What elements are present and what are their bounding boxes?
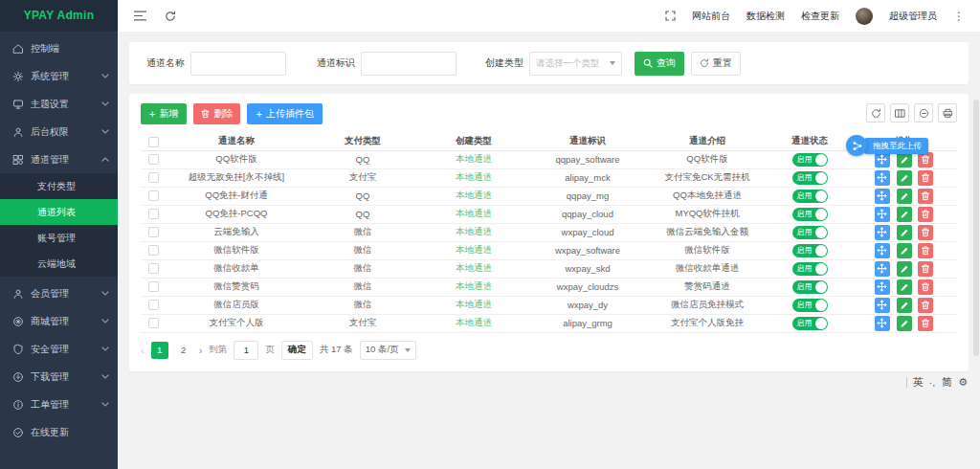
row-checkbox[interactable] xyxy=(148,263,159,274)
row-checkbox[interactable] xyxy=(148,209,159,219)
table-columns-icon[interactable] xyxy=(890,103,909,123)
status-toggle[interactable]: 启用 xyxy=(792,317,828,330)
row-checkbox[interactable] xyxy=(148,318,159,328)
delete-row-button[interactable] xyxy=(918,316,933,331)
move-row-button[interactable] xyxy=(875,243,890,258)
ime-lang-en[interactable]: 英 xyxy=(913,375,924,390)
sidebar-item-security[interactable]: 安全管理 xyxy=(0,335,118,363)
sidebar-item-pay-types[interactable]: 支付类型 xyxy=(0,173,118,199)
edit-row-button[interactable] xyxy=(897,316,912,331)
status-toggle[interactable]: 启用 xyxy=(792,262,828,276)
sidebar-item-tickets[interactable]: 工单管理 xyxy=(0,391,118,418)
scrollbar-thumb[interactable] xyxy=(973,100,979,356)
ime-settings-icon[interactable]: ⚙ xyxy=(958,376,968,389)
table-refresh-icon[interactable] xyxy=(866,103,885,123)
nav-check-update[interactable]: 检查更新 xyxy=(801,10,839,23)
sidebar-item-console[interactable]: 控制端 xyxy=(0,34,118,62)
search-button[interactable]: 查询 xyxy=(635,52,684,76)
delete-row-button[interactable] xyxy=(918,225,933,240)
add-button[interactable]: +新增 xyxy=(141,103,187,124)
delete-row-button[interactable] xyxy=(918,243,933,258)
row-checkbox[interactable] xyxy=(148,281,159,292)
status-toggle[interactable]: 启用 xyxy=(792,226,828,239)
status-toggle[interactable]: 启用 xyxy=(792,208,828,221)
per-page-select[interactable]: 10 条/页 xyxy=(360,341,416,360)
fullscreen-icon[interactable] xyxy=(665,11,676,21)
ime-punct[interactable]: ·, xyxy=(929,378,937,388)
status-toggle[interactable]: 启用 xyxy=(792,280,828,294)
sidebar-item-cloud-regions[interactable]: 云端地域 xyxy=(0,251,118,277)
upload-drop-hint[interactable]: 拖拽至此上传 xyxy=(846,135,928,156)
status-toggle[interactable]: 启用 xyxy=(792,171,828,185)
row-checkbox[interactable] xyxy=(148,190,159,201)
move-row-button[interactable] xyxy=(875,189,890,204)
edit-row-button[interactable] xyxy=(897,207,912,222)
row-checkbox[interactable] xyxy=(148,227,159,237)
move-row-button[interactable] xyxy=(875,207,890,222)
move-row-button[interactable] xyxy=(875,170,890,186)
upload-plugin-button[interactable]: +上传插件包 xyxy=(247,103,322,124)
delete-row-button[interactable] xyxy=(918,189,933,204)
channel-code-input[interactable] xyxy=(361,52,457,76)
refresh-icon[interactable] xyxy=(165,11,176,22)
next-page-button[interactable]: › xyxy=(199,345,203,356)
sidebar-item-channels[interactable]: 通道管理 xyxy=(0,145,118,173)
delete-row-button[interactable] xyxy=(918,170,933,186)
cell-channel-code: wxpay_skd xyxy=(529,259,646,278)
more-menu-icon[interactable]: ⋮ xyxy=(953,11,965,21)
status-toggle[interactable]: 启用 xyxy=(792,244,828,257)
edit-row-button[interactable] xyxy=(897,279,912,295)
nav-data-check[interactable]: 数据检测 xyxy=(746,10,785,23)
sidebar-item-permissions[interactable]: 后台权限 xyxy=(0,118,118,145)
create-type-select[interactable]: 请选择一个类型 xyxy=(529,52,622,76)
move-row-button[interactable] xyxy=(875,279,890,295)
move-row-button[interactable] xyxy=(875,261,890,277)
row-checkbox[interactable] xyxy=(148,172,159,183)
sidebar-item-channel-list[interactable]: 通道列表 xyxy=(0,199,118,225)
delete-row-button[interactable] xyxy=(918,261,933,277)
move-row-button[interactable] xyxy=(875,298,890,313)
delete-button[interactable]: 删除 xyxy=(193,103,240,124)
move-row-button[interactable] xyxy=(875,225,890,240)
sidebar-item-accounts[interactable]: 账号管理 xyxy=(0,225,118,251)
prev-page-button[interactable]: ‹ xyxy=(141,345,145,356)
row-checkbox[interactable] xyxy=(148,154,159,165)
sidebar-item-mall[interactable]: 商城管理 xyxy=(0,307,118,335)
row-checkbox[interactable] xyxy=(148,245,159,256)
filter-panel: 通道名称 通道标识 创建类型 请选择一个类型 查询 重置 xyxy=(129,42,969,84)
table-print-icon[interactable] xyxy=(938,103,957,123)
delete-row-button[interactable] xyxy=(918,207,933,222)
goto-confirm-button[interactable]: 确定 xyxy=(281,341,313,360)
status-toggle[interactable]: 启用 xyxy=(792,153,828,167)
select-all-checkbox[interactable] xyxy=(148,137,159,147)
channel-name-input[interactable] xyxy=(190,52,286,76)
delete-row-button[interactable] xyxy=(918,298,933,313)
edit-row-button[interactable] xyxy=(897,243,912,258)
table-export-icon[interactable] xyxy=(914,103,933,123)
row-checkbox[interactable] xyxy=(148,300,159,310)
sidebar-item-members[interactable]: 会员管理 xyxy=(0,279,118,307)
goto-page-input[interactable] xyxy=(234,341,258,360)
sidebar-item-downloads[interactable]: 下载管理 xyxy=(0,363,118,391)
ime-bar[interactable]: 英 ·, 简 ⚙ xyxy=(906,375,968,390)
status-toggle[interactable]: 启用 xyxy=(792,190,828,203)
sidebar-item-system[interactable]: 系统管理 xyxy=(0,62,118,90)
avatar[interactable] xyxy=(856,8,873,25)
create-type-label: 创建类型 xyxy=(485,56,523,70)
delete-row-button[interactable] xyxy=(918,279,933,295)
move-row-button[interactable] xyxy=(875,316,890,331)
ime-lang-cn[interactable]: 简 xyxy=(942,375,952,390)
page-1-button[interactable]: 1 xyxy=(151,342,168,359)
sidebar-item-theme[interactable]: 主题设置 xyxy=(0,90,118,118)
edit-row-button[interactable] xyxy=(897,189,912,204)
status-toggle[interactable]: 启用 xyxy=(792,299,828,312)
nav-website-front[interactable]: 网站前台 xyxy=(692,10,730,23)
reset-button[interactable]: 重置 xyxy=(691,52,741,76)
edit-row-button[interactable] xyxy=(897,225,912,240)
collapse-menu-icon[interactable] xyxy=(134,11,146,21)
edit-row-button[interactable] xyxy=(897,170,912,186)
sidebar-item-online-update[interactable]: 在线更新 xyxy=(0,418,118,446)
edit-row-button[interactable] xyxy=(897,298,912,313)
page-2-button[interactable]: 2 xyxy=(175,342,192,359)
edit-row-button[interactable] xyxy=(897,261,912,277)
